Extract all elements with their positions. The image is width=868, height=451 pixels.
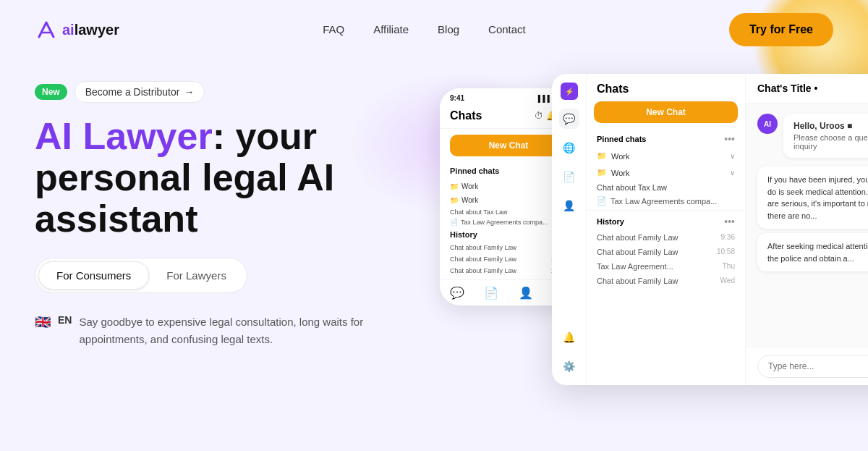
folder-icon-2: 📁 xyxy=(450,196,459,204)
phone-doc-text: Tax Law Agreements compa... xyxy=(461,219,548,226)
tab-for-consumers[interactable]: For Consumers xyxy=(38,261,149,290)
desktop-folder-1[interactable]: 📁 Work ∨ xyxy=(587,148,745,164)
desktop-history-text-2: Chat about Family Law xyxy=(597,248,678,256)
nav-faq[interactable]: FAQ xyxy=(323,23,344,35)
phone-folder2-name: Work xyxy=(461,196,478,204)
desktop-chat-header: Chat's Title • xyxy=(746,74,868,104)
sidebar-settings-icon[interactable]: ⚙️ xyxy=(559,356,579,376)
hero-title-purple: AI Lawyer xyxy=(35,115,213,157)
language-row: 🇬🇧 EN Say goodbye to expensive legal con… xyxy=(35,313,440,348)
nav-affiliate[interactable]: Affiliate xyxy=(373,23,409,35)
desktop-history-time-1: 9:36 xyxy=(721,233,735,242)
desktop-chat-text: Chat about Tax Law xyxy=(587,181,745,194)
desktop-folder-2[interactable]: 📁 Work ∨ xyxy=(587,164,745,181)
chat-hello-message: AI Hello, Uroos ■ Please choose a questi… xyxy=(757,114,868,158)
new-badge: New xyxy=(35,84,67,100)
desktop-history-time-3: Thu xyxy=(723,262,735,271)
phone-folder1-name: Work xyxy=(461,182,478,190)
desktop-folder-icon-2: 📁 xyxy=(597,168,607,177)
phone-new-chat-button[interactable]: New Chat xyxy=(450,135,567,156)
phone-time: 9:41 xyxy=(450,94,464,102)
desktop-history-text-1: Chat about Family Law xyxy=(597,233,678,242)
desktop-doc-item: 📄 Tax Law Agreements compa... xyxy=(587,194,745,208)
desktop-folder1-name: Work xyxy=(611,152,629,161)
desktop-history-dots-icon[interactable]: ••• xyxy=(724,216,735,227)
desktop-history-text-4: Chat about Family Law xyxy=(597,277,678,285)
desktop-history-text-3: Tax Law Agreement... xyxy=(597,262,673,271)
flag-icon: 🇬🇧 xyxy=(35,313,51,332)
distributor-link[interactable]: Become a Distributor → xyxy=(75,81,205,103)
desktop-chevron-2: ∨ xyxy=(730,169,735,177)
chat-hello-name: Hello, Uroos xyxy=(793,121,845,131)
chat-avatar: AI xyxy=(757,114,778,134)
doc-nav-icon[interactable]: 📄 xyxy=(484,286,498,300)
phone-history-item-3[interactable]: Chat about Family Law 10:42 xyxy=(450,265,567,277)
desktop-new-chat-button[interactable]: New Chat xyxy=(594,101,738,123)
sidebar-person-icon[interactable]: 👤 xyxy=(559,195,579,216)
hero-right: 9:41 ▐▐▐ ✦ ⬛ Chats ⏱ 🔔 ⚙ New Chat Pinned… xyxy=(440,74,833,421)
desktop-sidebar: ⚡ 💬 🌐 📄 👤 🔔 ⚙️ xyxy=(552,74,587,385)
navbar: ailawyer FAQ Affiliate Blog Contact Try … xyxy=(0,0,868,59)
desktop-folder-icon-1: 📁 xyxy=(597,151,607,161)
sidebar-globe-icon[interactable]: 🌐 xyxy=(559,138,579,158)
chat-response-2: After seeking medical attention, contact… xyxy=(757,233,868,271)
desktop-history-item-4[interactable]: Chat about Family Law Wed xyxy=(587,274,745,288)
language-code: EN xyxy=(58,313,72,328)
desktop-history-time-2: 10:58 xyxy=(717,248,735,256)
chat-input-field[interactable] xyxy=(757,355,868,378)
desktop-history-header: History ••• xyxy=(587,213,745,230)
person-nav-icon[interactable]: 👤 xyxy=(519,286,533,300)
desktop-history-title: History xyxy=(597,217,624,226)
nav-contact[interactable]: Contact xyxy=(488,23,526,35)
desktop-doc-text: Tax Law Agreements compa... xyxy=(610,197,717,206)
folder-icon: 📁 xyxy=(450,182,459,190)
desktop-doc-icon: 📄 xyxy=(597,196,607,206)
desktop-chevron-1: ∨ xyxy=(730,152,735,160)
arrow-icon: → xyxy=(184,86,194,98)
desktop-pinned-header: Pinned chats ••• xyxy=(587,130,745,148)
desktop-folder2-name: Work xyxy=(611,169,629,177)
chat-nav-icon[interactable]: 💬 xyxy=(450,286,464,300)
chat-response-1: If you have been injured, you should do … xyxy=(757,167,868,229)
doc-icon: 📄 xyxy=(450,219,458,226)
hero-section: New Become a Distributor → AI Lawyer: yo… xyxy=(0,59,868,421)
desktop-chat-content: AI Hello, Uroos ■ Please choose a questi… xyxy=(746,104,868,347)
phone-history-text-2: Chat about Family Law xyxy=(450,256,516,263)
hero-description: Say goodbye to expensive legal consultat… xyxy=(79,313,368,348)
desktop-history-time-4: Wed xyxy=(720,277,735,285)
desktop-logo-icon: ⚡ xyxy=(561,83,578,100)
desktop-pinned-title: Pinned chats xyxy=(597,135,646,143)
sidebar-doc-icon[interactable]: 📄 xyxy=(559,167,579,187)
phone-history-text-3: Chat about Family Law xyxy=(450,267,516,274)
phone-history-text-1: Chat about Family Law xyxy=(450,244,516,251)
desktop-chat-panel: Chat's Title • AI Hello, Uroos ■ Please … xyxy=(746,74,868,385)
chat-hello-desc: Please choose a question or inquiry xyxy=(793,133,868,151)
desktop-history-item-1[interactable]: Chat about Family Law 9:36 xyxy=(587,230,745,245)
desktop-chats-panel: Chats New Chat Pinned chats ••• 📁 Work ∨ xyxy=(587,74,746,385)
desktop-history-item-2[interactable]: Chat about Family Law 10:58 xyxy=(587,245,745,259)
audience-tabs: For Consumers For Lawyers xyxy=(35,258,247,293)
sidebar-bell-icon[interactable]: 🔔 xyxy=(559,327,579,347)
desktop-chats-title: Chats xyxy=(597,83,629,96)
nav-links: FAQ Affiliate Blog Contact xyxy=(323,23,526,36)
phone-header-title: Chats xyxy=(450,109,482,122)
nav-blog[interactable]: Blog xyxy=(438,23,459,35)
desktop-chat-header-title: Chat's Title • xyxy=(757,83,817,94)
desktop-history-item-3[interactable]: Tax Law Agreement... Thu xyxy=(587,259,745,274)
divider xyxy=(587,210,745,211)
phone-history-item-2[interactable]: Chat about Family Law 10:42 xyxy=(450,253,567,265)
chat-bubble-hello: Hello, Uroos ■ Please choose a question … xyxy=(783,114,868,158)
brand-name: ailawyer xyxy=(62,22,119,38)
desktop-chat-input-area xyxy=(746,347,868,385)
phone-history-title: History xyxy=(450,230,567,239)
phone-history-item-1[interactable]: Chat about Family Law 9:36 xyxy=(450,242,567,253)
logo[interactable]: ailawyer xyxy=(35,18,119,41)
desktop-mockup: ⚡ 💬 🌐 📄 👤 🔔 ⚙️ Chats New Chat xyxy=(552,74,868,385)
hero-left: New Become a Distributor → AI Lawyer: yo… xyxy=(35,74,440,348)
phone-pinned-title: Pinned chats xyxy=(450,167,499,175)
try-for-free-button[interactable]: Try for Free xyxy=(729,13,833,46)
tab-for-lawyers[interactable]: For Lawyers xyxy=(149,261,244,290)
sidebar-chat-icon[interactable]: 💬 xyxy=(559,109,579,129)
desktop-pinned-dots-icon[interactable]: ••• xyxy=(724,133,735,145)
hero-title: AI Lawyer: your personal legal AI assist… xyxy=(35,116,440,240)
